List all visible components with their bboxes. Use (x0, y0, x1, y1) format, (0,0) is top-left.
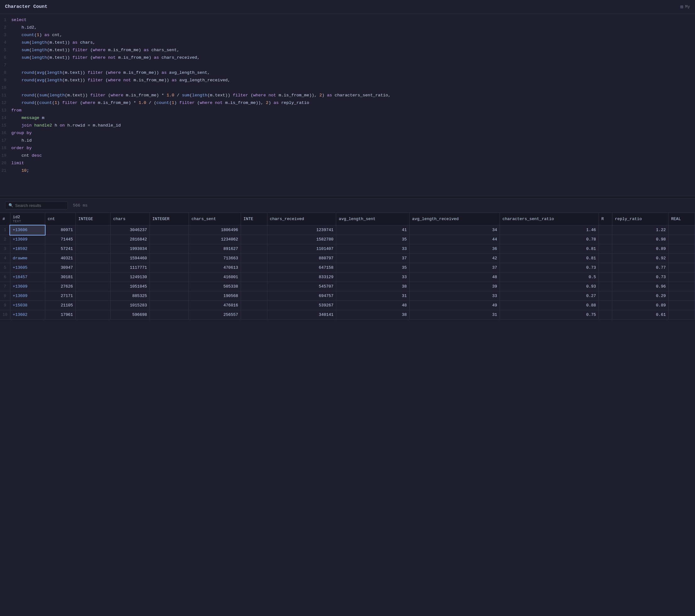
table-cell[interactable]: 0.75 (500, 310, 599, 320)
table-cell[interactable] (241, 263, 267, 272)
table-cell[interactable]: 0.61 (612, 310, 668, 320)
table-row[interactable]: 7+1360927626105104550533854570738390.930… (0, 282, 695, 292)
table-cell[interactable]: 4 (0, 254, 10, 263)
table-cell[interactable]: 596698 (111, 310, 150, 320)
table-cell[interactable] (150, 310, 189, 320)
table-cell[interactable]: 0.89 (612, 301, 668, 310)
table-row[interactable]: 1+136068097130462371806496123974141341.4… (0, 225, 695, 235)
table-cell[interactable]: 17961 (45, 310, 75, 320)
table-cell[interactable]: 2816842 (111, 235, 150, 244)
table-cell[interactable] (76, 310, 111, 320)
table-cell[interactable]: 416001 (189, 272, 241, 282)
table-cell[interactable] (241, 292, 267, 301)
table-cell[interactable] (150, 263, 189, 272)
table-cell[interactable] (150, 301, 189, 310)
table-cell[interactable]: 1582780 (267, 235, 336, 244)
table-cell[interactable]: 37 (409, 263, 500, 272)
table-cell[interactable]: 6 (0, 272, 10, 282)
table-cell[interactable]: 2 (0, 235, 10, 244)
table-cell[interactable]: 470613 (189, 263, 241, 272)
table-cell[interactable]: 1.46 (500, 225, 599, 235)
table-cell[interactable] (668, 235, 695, 244)
table-cell[interactable]: 0.73 (612, 272, 668, 282)
table-cell[interactable]: 0.89 (612, 244, 668, 254)
table-cell[interactable]: 40321 (45, 254, 75, 263)
table-cell[interactable]: 39 (409, 282, 500, 292)
table-cell[interactable] (150, 254, 189, 263)
table-cell[interactable] (241, 254, 267, 263)
table-cell[interactable] (241, 235, 267, 244)
table-cell[interactable] (76, 225, 111, 235)
table-cell[interactable] (76, 282, 111, 292)
table-cell[interactable]: 41 (336, 225, 409, 235)
table-cell[interactable] (668, 301, 695, 310)
table-cell[interactable]: 0.77 (612, 263, 668, 272)
table-cell[interactable]: 33 (409, 292, 500, 301)
table-cell[interactable]: 880797 (267, 254, 336, 263)
table-cell[interactable]: 80971 (45, 225, 75, 235)
table-cell[interactable]: +13605 (10, 263, 45, 272)
table-cell[interactable] (76, 301, 111, 310)
table-row[interactable]: 6+1845730181124913041600183312933480.50.… (0, 272, 695, 282)
table-row[interactable]: 4drawme40321159446071366388079737420.810… (0, 254, 695, 263)
table-cell[interactable]: 545707 (267, 282, 336, 292)
table-cell[interactable] (668, 292, 695, 301)
table-cell[interactable]: +13606 (10, 225, 45, 235)
table-cell[interactable]: 340141 (267, 310, 336, 320)
table-cell[interactable]: 27171 (45, 292, 75, 301)
table-cell[interactable] (598, 225, 612, 235)
code-editor[interactable]: 1select2 h.id2,3 count(1) as cnt,4 sum(l… (0, 14, 695, 196)
table-cell[interactable] (76, 263, 111, 272)
table-cell[interactable]: 833129 (267, 272, 336, 282)
table-cell[interactable]: 190568 (189, 292, 241, 301)
table-cell[interactable] (668, 272, 695, 282)
table-cell[interactable]: 1 (0, 225, 10, 235)
table-cell[interactable]: 476016 (189, 301, 241, 310)
table-cell[interactable]: 0.29 (612, 292, 668, 301)
table-cell[interactable] (76, 292, 111, 301)
table-cell[interactable]: 0.98 (612, 235, 668, 244)
grid-icon[interactable]: ⊞ (680, 4, 683, 10)
table-cell[interactable]: 694757 (267, 292, 336, 301)
table-cell[interactable]: 21105 (45, 301, 75, 310)
table-cell[interactable]: 1234062 (189, 235, 241, 244)
table-cell[interactable]: 1.22 (612, 225, 668, 235)
table-cell[interactable]: 36 (409, 244, 500, 254)
table-cell[interactable] (668, 254, 695, 263)
table-cell[interactable]: 71445 (45, 235, 75, 244)
table-cell[interactable]: 1806496 (189, 225, 241, 235)
table-cell[interactable]: 27626 (45, 282, 75, 292)
table-cell[interactable] (241, 310, 267, 320)
table-cell[interactable]: 33 (336, 244, 409, 254)
table-cell[interactable] (598, 272, 612, 282)
table-cell[interactable]: 7 (0, 282, 10, 292)
table-cell[interactable]: 1117771 (111, 263, 150, 272)
table-cell[interactable]: 539267 (267, 301, 336, 310)
table-cell[interactable]: 30181 (45, 272, 75, 282)
table-cell[interactable] (598, 301, 612, 310)
table-cell[interactable]: 8 (0, 292, 10, 301)
table-row[interactable]: 5+1360530947111777147061364715835370.730… (0, 263, 695, 272)
table-cell[interactable] (598, 263, 612, 272)
table-cell[interactable] (150, 244, 189, 254)
table-cell[interactable]: 0.93 (500, 282, 599, 292)
table-cell[interactable]: 1101407 (267, 244, 336, 254)
table-cell[interactable]: 48 (409, 272, 500, 282)
table-row[interactable]: 9+1503821105101528347601653926748490.880… (0, 301, 695, 310)
table-cell[interactable]: 647158 (267, 263, 336, 272)
table-cell[interactable]: 49 (409, 301, 500, 310)
table-cell[interactable]: 48 (336, 301, 409, 310)
table-cell[interactable] (668, 263, 695, 272)
table-cell[interactable]: 505338 (189, 282, 241, 292)
table-cell[interactable]: 0.88 (500, 301, 599, 310)
table-cell[interactable]: 0.27 (500, 292, 599, 301)
table-cell[interactable]: +13609 (10, 282, 45, 292)
table-cell[interactable] (241, 282, 267, 292)
table-cell[interactable]: 37 (336, 254, 409, 263)
table-cell[interactable]: 10 (0, 310, 10, 320)
table-cell[interactable]: 1015283 (111, 301, 150, 310)
table-cell[interactable]: 38 (336, 282, 409, 292)
table-cell[interactable]: 38 (336, 310, 409, 320)
table-cell[interactable]: 713663 (189, 254, 241, 263)
results-table-container[interactable]: # id2TEXT cnt INTEGE chars INTEGER chars… (0, 213, 695, 616)
